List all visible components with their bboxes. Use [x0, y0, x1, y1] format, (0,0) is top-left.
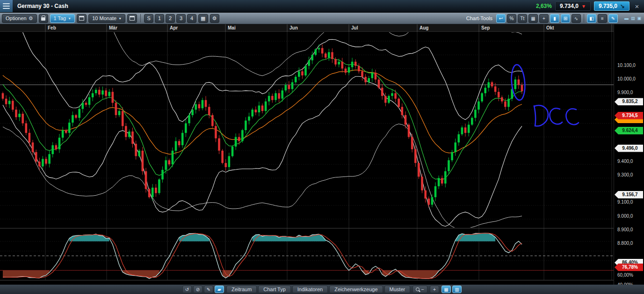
buy-price-button[interactable]: 9.735,0 ↘ — [594, 1, 630, 11]
price-tick: 9.900,0 — [617, 90, 633, 95]
timeframe-3-button[interactable]: 3 — [176, 14, 186, 23]
timeframe-s-button[interactable]: S — [144, 14, 153, 23]
sell-price-button[interactable]: 9.734,0 ▼ — [555, 1, 591, 11]
price-tick: 10.100,0 — [617, 63, 636, 68]
chart-settings-button[interactable]: ⚙ — [210, 14, 219, 23]
percent-scale-icon[interactable]: % — [507, 14, 516, 23]
range-value: 10 Monate — [92, 15, 116, 21]
plus-icon: + — [433, 287, 436, 292]
text-size-icon[interactable]: Tt — [518, 14, 527, 23]
price-down-arrow-icon: ▼ — [581, 4, 586, 9]
gear-icon: ⚙ — [29, 15, 33, 22]
white-axis-badge: 9.156,7 — [615, 191, 643, 198]
chart-tools-group: ↩%Tt▦+▮⊞∿◧≡✎ — [496, 14, 618, 23]
indicator-wave-icon[interactable]: ∿ — [572, 14, 581, 23]
minimize-window-icon[interactable]: ▬ — [624, 16, 629, 21]
chevron-down-icon: ▼ — [68, 17, 71, 20]
optionen-button[interactable]: Optionen ⚙ — [2, 14, 37, 23]
price-tick: 9.100,0 — [617, 199, 633, 205]
range-dropdown[interactable]: 10 Monate ▼ — [88, 14, 125, 23]
chart-menu-group: ZeitraumChart TypIndikatorenZeichenwerkz… — [226, 286, 410, 293]
calendar-icon — [130, 16, 135, 21]
list-icon[interactable]: ≡ — [598, 14, 607, 23]
timeframe-group: S1234 — [144, 14, 196, 23]
timeframe-4-button[interactable]: 4 — [187, 14, 196, 23]
zoom-out-button[interactable]: − — [412, 286, 427, 293]
close-icon[interactable]: × — [633, 2, 641, 10]
indikatoren-button[interactable]: Indikatoren — [292, 286, 328, 293]
calendar-from-button[interactable] — [77, 14, 87, 23]
chart-typ-button[interactable]: Chart Typ — [258, 286, 291, 293]
price-tick: 8.800,0 — [617, 241, 633, 246]
pan-back-icon[interactable]: ↩ — [496, 14, 506, 23]
minus-icon: − — [421, 287, 424, 292]
magnifier-icon — [416, 287, 420, 291]
snapshot-icon[interactable]: ◧ — [587, 14, 596, 23]
bottom-toolbar: ↺⊘✎▰ ZeitraumChart TypIndikatorenZeichen… — [0, 285, 644, 294]
calendar-icon — [79, 16, 84, 21]
chart-canvas[interactable] — [0, 24, 614, 285]
grid-icon[interactable]: ▦ — [528, 14, 538, 23]
view-tools-group: ▦▥ — [441, 286, 462, 293]
draw-mode-icon[interactable]: ✎ — [608, 14, 618, 23]
overlay-window-icon[interactable]: ⊞ — [561, 14, 570, 23]
chart-toolbar: Optionen ⚙ 1 Tag ▼ 10 Monate ▼ S1234 ▦ ⚙… — [0, 13, 644, 24]
oscillator-tick: 60,00% — [617, 272, 633, 278]
price-trend-arrow-icon: ↘ — [620, 3, 625, 9]
interval-dropdown[interactable]: 1 Tag ▼ — [50, 14, 75, 23]
brush-icon[interactable]: ▰ — [215, 286, 224, 293]
lock-icon — [41, 17, 45, 21]
timeframe-1-button[interactable]: 1 — [155, 14, 164, 23]
drawing-tools-group: ↺⊘✎▰ — [182, 286, 224, 293]
zoom-in-button[interactable]: + — [430, 286, 439, 293]
chart-area[interactable]: FebMärAprMaiJunJulAugSepOktNov 10.100,01… — [0, 24, 644, 285]
instrument-title: Germany 30 - Cash — [17, 3, 68, 9]
chart-tools-label: Chart-Tools — [466, 15, 492, 21]
price-tick: 9.400,0 — [617, 159, 633, 164]
chevron-down-icon: ▼ — [118, 17, 122, 20]
price-axis[interactable]: 10.100,010.000,09.900,09.400,09.300,09.1… — [614, 24, 644, 285]
disable-drawing-icon[interactable]: ⊘ — [193, 286, 203, 293]
calendar-to-button[interactable] — [127, 14, 137, 23]
maximize-window-icon[interactable]: ▣ — [637, 16, 641, 21]
price-tick: 10.000,0 — [617, 76, 636, 81]
timeframe-2-button[interactable]: 2 — [166, 14, 175, 23]
muster-button[interactable]: Muster — [384, 286, 411, 293]
pencil-icon[interactable]: ✎ — [204, 286, 213, 293]
window-controls: ▬▤▣ — [623, 16, 641, 21]
ask-price: 9.735,0 — [599, 3, 617, 9]
change-percent: 2,63% — [536, 3, 552, 9]
interval-value: 1 Tag — [54, 15, 66, 21]
candle-type-icon[interactable]: ▮ — [550, 14, 559, 23]
lock-button[interactable] — [39, 14, 48, 23]
toolbar-separator — [584, 14, 584, 22]
candlesticks — [2, 44, 523, 207]
fit-chart-icon[interactable]: ▦ — [441, 286, 451, 293]
bid-price: 9.734,0 — [560, 3, 579, 9]
reset-view-icon[interactable]: ↺ — [182, 286, 192, 293]
price-tick: 9.000,0 — [617, 213, 633, 219]
optionen-label: Optionen — [6, 15, 27, 21]
zeichenwerkzeuge-button[interactable]: Zeichenwerkzeuge — [329, 286, 383, 293]
red-axis-badge: 9.734,5 — [615, 112, 643, 119]
crosshair-icon[interactable]: + — [539, 14, 549, 23]
green-axis-badge: 9.624,4 — [615, 127, 643, 134]
price-tick: 8.900,0 — [617, 227, 633, 232]
title-bar: Germany 30 - Cash 2,63% 9.734,0 ▼ 9.735,… — [0, 0, 644, 13]
panel-layout-icon[interactable]: ▥ — [452, 286, 462, 293]
toolbar-separator — [140, 14, 141, 22]
tile-window-icon[interactable]: ▤ — [631, 16, 635, 21]
zeitraum-button[interactable]: Zeitraum — [226, 286, 257, 293]
red-axis-badge: 76,78% — [615, 264, 643, 271]
white-axis-badge: 9.496,0 — [615, 145, 643, 152]
white-axis-badge: 9.835,2 — [615, 98, 643, 105]
hand-drawn-annotation — [510, 64, 579, 126]
price-tick: 9.300,0 — [617, 172, 633, 177]
menu-icon[interactable] — [0, 0, 13, 12]
chart-layout-button[interactable]: ▦ — [198, 14, 208, 23]
